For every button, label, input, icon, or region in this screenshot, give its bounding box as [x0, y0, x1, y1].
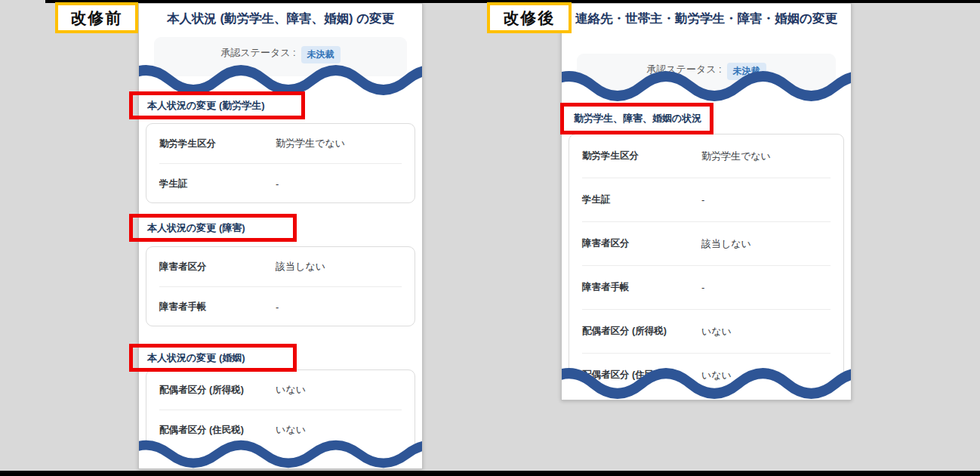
panel-after-screenshot: 連絡先・世帯主・勤労学生・障害・婚姻の変更 承認ステータス :未決裁 勤労学生区… — [561, 3, 852, 400]
field-label: 障害者手帳 — [159, 301, 276, 314]
section-heading: 本人状況の変更 (勤労学生) — [133, 99, 265, 113]
field-label: 学生証 — [159, 178, 276, 190]
field-row: 勤労学生区分 勤労学生でない — [159, 124, 402, 163]
field-value: 勤労学生でない — [276, 137, 402, 150]
comparison-canvas: 改修前 改修後 本人状況 (勤労学生、障害、婚姻) の変更 承認ステータス :未… — [0, 0, 980, 476]
field-label: 配偶者区分 (住民税) — [159, 424, 276, 437]
section-heading: 本人状況の変更 (婚姻) — [133, 351, 245, 365]
status-badge: 未決裁 — [301, 46, 341, 63]
page-title: 本人状況 (勤労学生、障害、婚姻) の変更 — [139, 10, 422, 27]
approval-status-label: 承認ステータス : — [220, 47, 295, 58]
annotation-red-box: 本人状況の変更 (勤労学生) — [129, 91, 305, 119]
page-title: 連絡先・世帯主・勤労学生・障害・婚姻の変更 — [562, 10, 851, 27]
tag-before-label: 改修前 — [55, 2, 138, 33]
field-value: いない — [276, 423, 402, 437]
field-card-disability: 障害者区分 該当しない 障害者手帳 - — [146, 246, 415, 326]
wave-divider-icon — [138, 438, 423, 469]
field-row: 学生証 - — [159, 163, 402, 203]
field-row: 障害者区分 該当しない — [159, 247, 402, 286]
approval-status: 承認ステータス :未決裁 — [139, 46, 422, 63]
field-value: 該当しない — [701, 237, 831, 251]
annotation-red-box: 本人状況の変更 (障害) — [129, 214, 297, 242]
annotation-red-box: 本人状況の変更 (婚姻) — [129, 344, 297, 372]
tag-after-label: 改修後 — [487, 2, 572, 33]
section-heading: 本人状況の変更 (障害) — [133, 221, 245, 235]
field-label: 勤労学生区分 — [582, 150, 701, 162]
field-label: 配偶者区分 (所得税) — [582, 325, 701, 338]
field-label: 障害者区分 — [159, 261, 276, 274]
field-label: 配偶者区分 (所得税) — [159, 384, 276, 397]
field-label: 障害者区分 — [582, 237, 701, 250]
wave-divider-icon — [561, 366, 852, 400]
field-row: 障害者手帳 - — [582, 265, 831, 309]
frame-bottom-border — [0, 471, 980, 476]
field-row: 配偶者区分 (所得税) いない — [582, 309, 831, 353]
wave-divider-icon — [561, 69, 852, 104]
field-value: - — [276, 178, 402, 190]
field-label: 勤労学生区分 — [159, 138, 276, 150]
field-label: 障害者手帳 — [582, 281, 701, 294]
field-value: 勤労学生でない — [701, 150, 831, 163]
field-row: 学生証 - — [582, 178, 831, 221]
field-value: - — [701, 194, 831, 206]
field-label: 学生証 — [582, 193, 701, 206]
field-row: 配偶者区分 (所得税) いない — [159, 370, 402, 410]
field-value: いない — [276, 383, 402, 397]
field-value: いない — [701, 325, 831, 338]
field-row: 勤労学生区分 勤労学生でない — [582, 134, 831, 178]
section-heading: 勤労学生、障害、婚姻の状況 — [564, 112, 701, 125]
field-card-working-student: 勤労学生区分 勤労学生でない 学生証 - — [146, 123, 415, 203]
field-value: - — [276, 301, 402, 313]
field-value: - — [701, 282, 831, 293]
field-card-combined-status: 勤労学生区分 勤労学生でない 学生証 - 障害者区分 該当しない 障害者手帳 -… — [569, 134, 844, 396]
field-row: 障害者手帳 - — [159, 286, 402, 326]
annotation-red-box: 勤労学生、障害、婚姻の状況 — [560, 103, 713, 134]
field-row: 障害者区分 該当しない — [582, 221, 831, 265]
field-value: 該当しない — [276, 260, 402, 274]
